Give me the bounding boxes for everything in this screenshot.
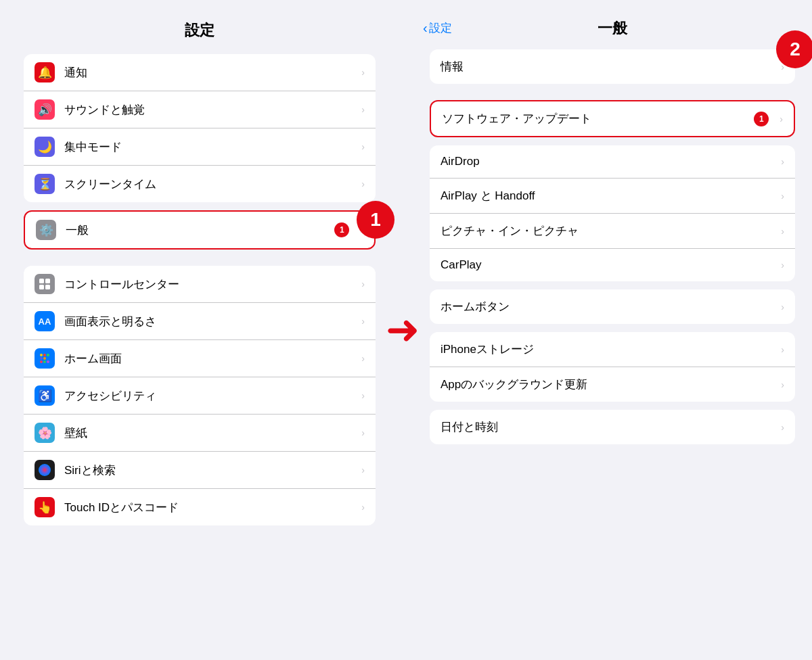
right-item-pip[interactable]: ピクチャ・イン・ピクチャ › (430, 214, 795, 249)
right-arrow-icon: ➜ (386, 310, 420, 350)
back-label: 設定 (429, 20, 452, 36)
right-item-carplay[interactable]: CarPlay › (430, 249, 795, 281)
homescreen-label: ホーム画面 (64, 351, 356, 367)
carplay-label: CarPlay (441, 258, 775, 272)
accessibility-label: アクセシビリティ (64, 388, 356, 404)
svg-rect-3 (45, 285, 50, 289)
sound-label: サウンドと触覚 (64, 102, 356, 118)
right-group-storage: iPhoneストレージ › Appのバックグラウンド更新 › (430, 332, 795, 402)
settings-group-3: コントロールセンター › AA 画面表示と明るさ › (24, 266, 376, 525)
touchid-chevron: › (361, 502, 365, 513)
left-panel-title: 設定 (185, 20, 215, 41)
homescreen-icon (35, 348, 55, 369)
screentime-icon: ⏳ (35, 174, 55, 194)
right-item-datetime[interactable]: 日付と時刻 › (430, 410, 795, 444)
homebutton-label: ホームボタン (441, 299, 775, 314)
info-label: 情報 (441, 59, 775, 74)
right-item-iphonestorage[interactable]: iPhoneストレージ › (430, 332, 795, 367)
right-group-homebutton: ホームボタン › (430, 289, 795, 324)
datetime-label: 日付と時刻 (441, 419, 775, 435)
airplay-chevron: › (781, 191, 784, 202)
siri-chevron: › (361, 465, 365, 475)
svg-point-10 (40, 360, 43, 363)
accessibility-icon: ♿ (35, 385, 55, 406)
right-item-softwareupdate[interactable]: ソフトウェア・アップデート 1 › (431, 101, 794, 136)
screentime-label: スクリーンタイム (64, 176, 356, 192)
carplay-chevron: › (781, 260, 784, 270)
settings-item-screentime[interactable]: ⏳ スクリーンタイム › (24, 166, 376, 202)
svg-point-9 (47, 357, 49, 360)
settings-item-accessibility[interactable]: ♿ アクセシビリティ › (24, 377, 376, 415)
settings-item-wallpaper[interactable]: 🌸 壁紙 › (24, 415, 376, 452)
settings-item-general[interactable]: ⚙️ 一般 1 › (25, 212, 374, 248)
softwareupdate-label: ソフトウェア・アップデート (442, 111, 754, 126)
airdrop-chevron: › (781, 156, 784, 167)
settings-item-sound[interactable]: 🔊 サウンドと触覚 › (24, 91, 376, 128)
iphonestorage-label: iPhoneストレージ (441, 341, 775, 357)
pip-label: ピクチャ・イン・ピクチャ (441, 223, 775, 239)
settings-item-siri[interactable]: Siriと検索 › (24, 452, 376, 489)
right-group-info: 情報 › (430, 49, 795, 84)
settings-item-controlcenter[interactable]: コントロールセンター › (24, 266, 376, 303)
right-highlighted-group: ソフトウェア・アップデート 1 › (430, 100, 795, 137)
right-item-homebutton[interactable]: ホームボタン › (430, 289, 795, 324)
step-2-annotation: 2 (776, 30, 812, 68)
sound-chevron: › (361, 104, 365, 115)
wallpaper-icon: 🌸 (35, 423, 55, 443)
siri-label: Siriと検索 (64, 463, 356, 478)
settings-item-focus[interactable]: 🌙 集中モード › (24, 128, 376, 166)
focus-label: 集中モード (64, 139, 356, 155)
apprefresh-label: Appのバックグラウンド更新 (441, 377, 775, 392)
right-panel-title: 一般 (597, 18, 627, 39)
apprefresh-chevron: › (781, 379, 784, 390)
settings-group-1: 🔔 通知 › 🔊 サウンドと触覚 › 🌙 集中モード › ⏳ スクリーンタイム … (24, 54, 376, 202)
highlighted-general-group: ⚙️ 一般 1 › (24, 210, 376, 250)
svg-point-7 (40, 357, 43, 360)
homebutton-chevron: › (781, 302, 784, 312)
svg-point-8 (43, 357, 46, 360)
svg-point-5 (43, 354, 46, 356)
accessibility-chevron: › (361, 390, 365, 401)
notifications-chevron: › (361, 67, 365, 78)
siri-icon (35, 460, 55, 480)
svg-point-12 (47, 360, 49, 363)
right-group-datetime: 日付と時刻 › (430, 410, 795, 444)
touchid-label: Touch IDとパスコード (64, 500, 356, 515)
svg-point-11 (43, 360, 46, 363)
svg-point-6 (47, 354, 49, 356)
settings-item-display[interactable]: AA 画面表示と明るさ › (24, 303, 376, 340)
wallpaper-label: 壁紙 (64, 425, 356, 441)
homescreen-chevron: › (361, 353, 365, 364)
svg-point-4 (40, 354, 43, 356)
iphonestorage-chevron: › (781, 344, 784, 355)
settings-item-notifications[interactable]: 🔔 通知 › (24, 54, 376, 91)
datetime-chevron: › (781, 422, 784, 433)
arrow-container: ➜ (376, 0, 430, 660)
pip-chevron: › (781, 226, 784, 237)
general-icon: ⚙️ (36, 220, 56, 240)
display-chevron: › (361, 316, 365, 327)
display-icon: AA (35, 311, 55, 331)
softwareupdate-chevron: › (780, 114, 783, 124)
settings-item-homescreen[interactable]: ホーム画面 › (24, 340, 376, 377)
svg-rect-1 (45, 279, 50, 283)
notifications-label: 通知 (64, 65, 356, 80)
right-item-apprefresh[interactable]: Appのバックグラウンド更新 › (430, 367, 795, 402)
general-label: 一般 (66, 222, 334, 238)
svg-rect-2 (39, 285, 44, 289)
focus-icon: 🌙 (35, 137, 55, 157)
right-item-airdrop[interactable]: AirDrop › (430, 145, 795, 179)
airplay-label: AirPlay と Handoff (441, 188, 775, 204)
right-item-airplay[interactable]: AirPlay と Handoff › (430, 179, 795, 214)
svg-point-13 (39, 464, 51, 476)
right-group-airdrop: AirDrop › AirPlay と Handoff › ピクチャ・イン・ピク… (430, 145, 795, 281)
sound-icon: 🔊 (35, 99, 55, 120)
wallpaper-chevron: › (361, 427, 365, 438)
right-item-info[interactable]: 情報 › (430, 49, 795, 84)
left-panel: 設定 🔔 通知 › 🔊 サウンドと触覚 › 🌙 集中モード › ⏳ スクリーンタ… (0, 0, 399, 660)
notifications-icon: 🔔 (35, 62, 55, 82)
softwareupdate-badge: 1 (754, 112, 769, 126)
screentime-chevron: › (361, 179, 365, 189)
settings-item-touchid[interactable]: 👆 Touch IDとパスコード › (24, 489, 376, 525)
display-label: 画面表示と明るさ (64, 314, 356, 329)
